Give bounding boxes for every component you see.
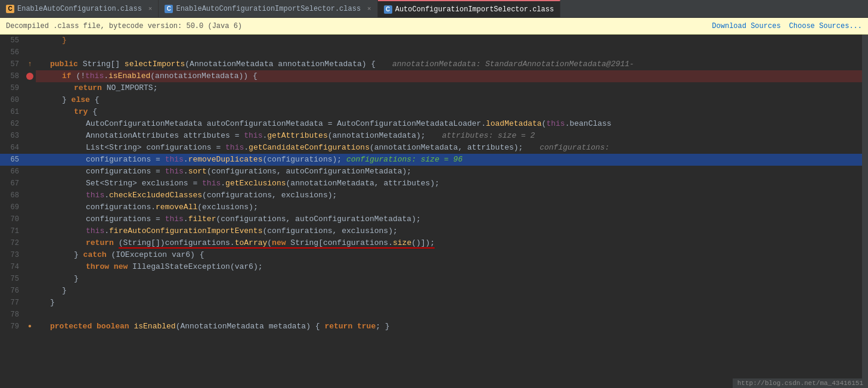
line-icons-55 [24, 35, 36, 46]
code-line-61: 61 try { [0, 106, 862, 118]
tab-auto-config-import-selector[interactable]: C AutoConfigurationImportSelector.class [378, 0, 560, 17]
line-number-57: 57 [0, 58, 24, 70]
code-line-56: 56 [0, 46, 862, 58]
line-icons-75 [24, 273, 36, 285]
code-line-66: 66 configurations = this.sort(configurat… [0, 166, 862, 178]
code-line-67: 67 Set<String> exclusions = this.getExcl… [0, 178, 862, 190]
code-line-60: 60 } else { [0, 94, 862, 106]
tab-icon-3: C [384, 5, 392, 14]
info-bar: Decompiled .class file, bytecode version… [0, 18, 868, 35]
line-icons-71 [24, 225, 36, 237]
line-content-75: } [36, 273, 862, 285]
line-icons-68 [24, 190, 36, 201]
code-line-69: 69 configurations.removeAll(exclusions); [0, 201, 862, 213]
line-number-78: 78 [0, 309, 24, 321]
line-icons-64 [24, 142, 36, 154]
line-content-63: AnnotationAttributes attributes = this.g… [36, 130, 862, 142]
line-number-59: 59 [0, 82, 24, 94]
line-content-74: throw new IllegalStateException(var6); [36, 261, 862, 273]
line-content-67: Set<String> exclusions = this.getExclusi… [36, 178, 862, 190]
code-line-72: 72 return (String[])configurations.toArr… [0, 237, 862, 249]
line-content-72: return (String[])configurations.toArray(… [36, 237, 862, 249]
breakpoint-58 [26, 73, 33, 80]
line-number-61: 61 [0, 106, 24, 118]
line-content-69: configurations.removeAll(exclusions); [36, 201, 862, 213]
line-number-73: 73 [0, 249, 24, 261]
code-line-78: 78 [0, 309, 862, 321]
line-number-65: 65 [0, 154, 24, 166]
line-icons-67 [24, 178, 36, 190]
line-content-76: } [36, 285, 862, 297]
line-icons-61 [24, 106, 36, 118]
line-content-70: configurations = this.filter(configurati… [36, 213, 862, 225]
line-number-55: 55 [0, 35, 24, 46]
line-icons-73 [24, 249, 36, 261]
status-text: http://blog.csdn.net/ma_43416151 [737, 380, 863, 387]
line-icons-59 [24, 82, 36, 94]
line-icons-69 [24, 201, 36, 213]
code-line-68: 68 this.checkExcludedClasses(configurati… [0, 190, 862, 201]
tab-enable-auto-config[interactable]: C EnableAutoConfiguration.class × [0, 0, 159, 17]
tab-icon-2: C [165, 5, 173, 13]
code-line-74: 74 throw new IllegalStateException(var6)… [0, 261, 862, 273]
line-content-73: } catch (IOException var6) { [36, 249, 862, 261]
line-number-66: 66 [0, 166, 24, 178]
line-content-64: List<String> configurations = this.getCa… [36, 142, 862, 154]
code-area: 55 } 56 57 ↑ public String[] selectImp [0, 35, 868, 388]
code-line-63: 63 AnnotationAttributes attributes = thi… [0, 130, 862, 142]
line-icons-77 [24, 297, 36, 309]
tab-icon-1: C [6, 5, 14, 13]
code-line-79: 79 ● protected boolean isEnabled(Annotat… [0, 321, 862, 333]
code-line-73: 73 } catch (IOException var6) { [0, 249, 862, 261]
line-icons-79: ● [24, 321, 36, 333]
code-line-59: 59 return NO_IMPORTS; [0, 82, 862, 94]
line-number-79: 79 [0, 321, 24, 333]
line-number-74: 74 [0, 261, 24, 273]
arrow-icon-79: ● [28, 321, 32, 333]
line-icons-62 [24, 118, 36, 130]
line-icons-72 [24, 237, 36, 249]
line-icons-74 [24, 261, 36, 273]
line-number-71: 71 [0, 225, 24, 237]
code-line-65: 65 configurations = this.removeDuplicate… [0, 154, 862, 166]
line-icons-63 [24, 130, 36, 142]
line-number-68: 68 [0, 190, 24, 201]
line-content-66: configurations = this.sort(configuration… [36, 166, 862, 178]
line-icons-76 [24, 285, 36, 297]
download-sources-link[interactable]: Download Sources [712, 22, 780, 30]
vertical-scrollbar[interactable] [862, 35, 868, 388]
tab-close-1[interactable]: × [148, 5, 153, 13]
line-icons-58 [24, 70, 36, 82]
tab-enable-auto-config-import[interactable]: C EnableAutoConfigurationImportSelector.… [159, 0, 377, 17]
line-content-58: if (!this.isEnabled(annotationMetadata))… [36, 70, 862, 82]
line-number-62: 62 [0, 118, 24, 130]
tab-label-3: AutoConfigurationImportSelector.class [395, 5, 554, 14]
tab-label-2: EnableAutoConfigurationImportSelector.cl… [176, 5, 361, 13]
code-line-75: 75 } [0, 273, 862, 285]
line-number-72: 72 [0, 237, 24, 249]
line-content-79: protected boolean isEnabled(AnnotationMe… [36, 321, 862, 333]
line-icons-65 [24, 154, 36, 166]
line-content-78 [36, 309, 862, 321]
code-line-62: 62 AutoConfigurationMetadata autoConfigu… [0, 118, 862, 130]
line-content-62: AutoConfigurationMetadata autoConfigurat… [36, 118, 862, 130]
line-content-61: try { [36, 106, 862, 118]
line-number-67: 67 [0, 178, 24, 190]
code-line-64: 64 List<String> configurations = this.ge… [0, 142, 862, 154]
line-icons-57: ↑ [24, 58, 36, 70]
line-number-69: 69 [0, 201, 24, 213]
line-icons-70 [24, 213, 36, 225]
arrow-icon-57: ↑ [27, 58, 32, 70]
line-icons-66 [24, 166, 36, 178]
status-bar: http://blog.csdn.net/ma_43416151 [733, 378, 868, 388]
line-number-77: 77 [0, 297, 24, 309]
line-content-77: } [36, 297, 862, 309]
line-content-56 [36, 46, 862, 58]
line-number-64: 64 [0, 142, 24, 154]
line-icons-60 [24, 94, 36, 106]
tab-close-2[interactable]: × [367, 5, 371, 13]
choose-sources-link[interactable]: Choose Sources... [789, 22, 862, 30]
line-content-60: } else { [36, 94, 862, 106]
line-content-55: } [36, 35, 862, 46]
code-line-55: 55 } [0, 35, 862, 46]
